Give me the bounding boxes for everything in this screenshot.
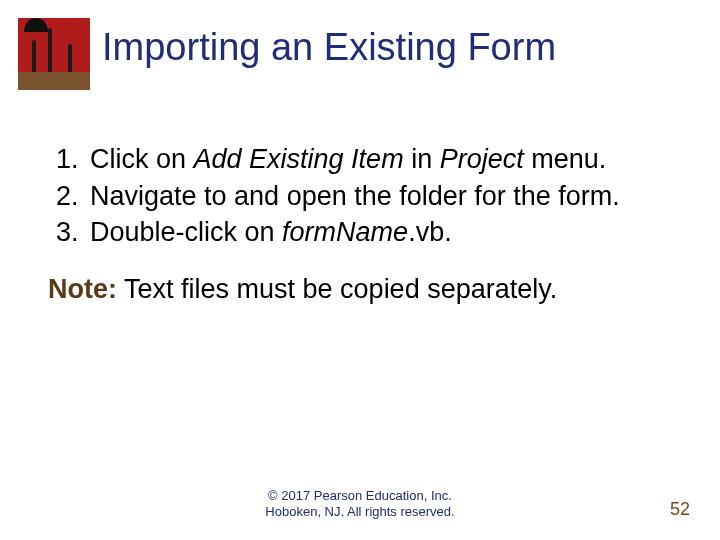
step-text: Double-click on [90, 217, 282, 247]
step-item: Navigate to and open the folder for the … [86, 179, 672, 214]
logo-tree [48, 28, 52, 72]
logo-tree [68, 44, 72, 72]
step-text-italic: Add Existing Item [194, 144, 404, 174]
step-item: Double-click on formName.vb. [86, 215, 672, 250]
publisher-logo [18, 18, 90, 90]
note-text: Text files must be copied separately. [117, 274, 557, 304]
steps-list: Click on Add Existing Item in Project me… [48, 142, 672, 250]
step-text: Click on [90, 144, 194, 174]
copyright-footer: © 2017 Pearson Education, Inc. Hoboken, … [0, 488, 720, 521]
step-text-italic: formName [282, 217, 408, 247]
slide-title: Importing an Existing Form [102, 28, 692, 68]
note-label: Note: [48, 274, 117, 304]
note-line: Note: Text files must be copied separate… [48, 272, 672, 307]
slide: Importing an Existing Form Click on Add … [0, 0, 720, 540]
step-text-italic: Project [440, 144, 524, 174]
step-item: Click on Add Existing Item in Project me… [86, 142, 672, 177]
step-text: menu. [524, 144, 607, 174]
footer-line: © 2017 Pearson Education, Inc. [0, 488, 720, 504]
logo-ground [18, 72, 90, 90]
umbrella-icon [24, 18, 48, 32]
slide-body: Click on Add Existing Item in Project me… [48, 142, 672, 306]
step-text: .vb. [408, 217, 452, 247]
logo-tree [32, 40, 36, 72]
page-number: 52 [670, 499, 690, 520]
footer-line: Hoboken, NJ. All rights reserved. [0, 504, 720, 520]
step-text: Navigate to and open the folder for the … [90, 181, 620, 211]
step-text: in [404, 144, 440, 174]
